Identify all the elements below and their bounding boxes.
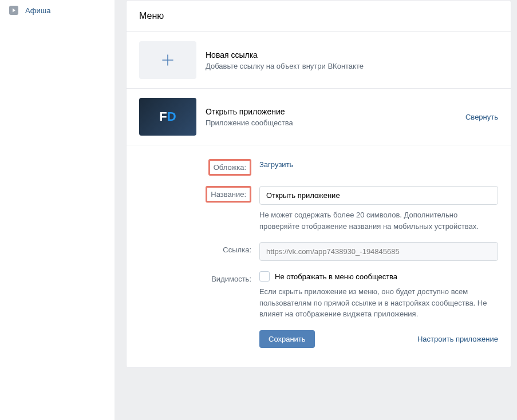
plus-icon <box>160 53 175 68</box>
visibility-checkbox-label: Не отображать в меню сообщества <box>275 272 397 281</box>
upload-cover-link[interactable]: Загрузить <box>259 159 293 169</box>
link-label: Ссылка: <box>223 245 251 254</box>
visibility-label: Видимость: <box>211 275 251 283</box>
page-title: Меню <box>139 11 498 21</box>
configure-app-link[interactable]: Настроить приложение <box>417 335 498 343</box>
app-logo-icon: FD <box>159 109 176 124</box>
form-actions: Сохранить Настроить приложение <box>259 330 498 348</box>
new-link-subtitle: Добавьте ссылку на объект внутри ВКонтак… <box>206 62 498 70</box>
sidebar: Афиша <box>0 0 115 420</box>
app-item-text: Открыть приложение Приложение сообщества <box>206 107 465 127</box>
menu-card: Меню Новая ссылка Добавьте ссылку на объ… <box>126 0 511 368</box>
play-icon <box>8 5 19 16</box>
cover-label: Обложка: <box>208 159 251 176</box>
app-item-row: FD Открыть приложение Приложение сообщес… <box>127 89 511 145</box>
name-hint: Не может содержать более 20 символов. До… <box>259 209 498 232</box>
sidebar-item-label: Афиша <box>25 6 50 15</box>
app-item-title: Открыть приложение <box>206 107 465 116</box>
app-item-subtitle: Приложение сообщества <box>206 118 465 127</box>
new-link-title: Новая ссылка <box>206 50 498 60</box>
new-link-row[interactable]: Новая ссылка Добавьте ссылку на объект в… <box>127 32 511 89</box>
form-row-cover: Обложка: Загрузить <box>139 159 498 176</box>
link-input[interactable] <box>259 242 498 261</box>
new-link-text: Новая ссылка Добавьте ссылку на объект в… <box>206 50 498 70</box>
sidebar-item-afisha[interactable]: Афиша <box>0 1 115 19</box>
add-thumb <box>139 41 196 79</box>
main: Меню Новая ссылка Добавьте ссылку на объ… <box>115 0 517 420</box>
card-header: Меню <box>127 1 511 32</box>
name-label: Название: <box>206 186 251 203</box>
visibility-hint: Если скрыть приложение из меню, оно буде… <box>259 286 498 320</box>
save-button[interactable]: Сохранить <box>259 330 315 348</box>
form-row-link: Ссылка: <box>139 242 498 261</box>
form-row-name: Название: Не может содержать более 20 си… <box>139 186 498 232</box>
visibility-checkbox[interactable] <box>259 271 270 282</box>
name-input[interactable] <box>259 186 498 205</box>
app-thumb: FD <box>139 98 196 136</box>
app-form: Обложка: Загрузить Название: Не может со… <box>127 145 511 367</box>
collapse-link[interactable]: Свернуть <box>465 113 498 121</box>
form-row-visibility: Видимость: Не отображать в меню сообщест… <box>139 271 498 348</box>
